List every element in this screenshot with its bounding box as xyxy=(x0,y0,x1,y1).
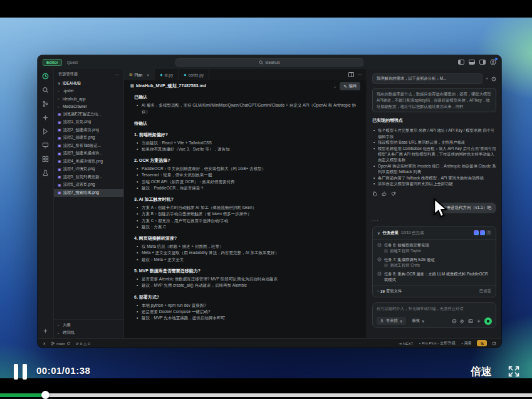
edit-button[interactable]: ✎ 编辑 xyxy=(340,82,360,90)
search-sidebar-icon[interactable] xyxy=(42,87,49,93)
close-tab-icon[interactable]: × xyxy=(147,73,149,77)
task-item[interactable]: 任务 7: 集成联调与 E2E 验证 xyxy=(373,254,496,262)
usage-indicator[interactable]: ◔ 用量 xyxy=(461,341,472,346)
assignee-name: 测试工程师 Chris xyxy=(390,263,420,269)
file-name: 流程3_创建灵感成功... xyxy=(63,151,103,156)
download-icon[interactable]: ↓ xyxy=(334,84,336,88)
outline-section[interactable]: ›大纲 xyxy=(54,321,123,329)
file-item[interactable]: ▣流程3_创建灵感成功... xyxy=(54,150,123,158)
qoder-logo-icon[interactable] xyxy=(42,73,49,80)
mention-icon[interactable] xyxy=(460,319,465,324)
chat-session-title[interactable]: 我理解你的需求，以下是初步分析：M... xyxy=(372,73,482,84)
history-icon[interactable] xyxy=(491,77,496,82)
branch-icon xyxy=(51,341,55,346)
pro-plus-upgrade[interactable]: ◔ Pro Plus - 立即升级 xyxy=(418,341,455,346)
file-item-selected[interactable]: ▣流程7_搜索结果.png xyxy=(54,189,123,197)
file-item[interactable]: ▣浏览器E2E验证总结... xyxy=(54,110,123,119)
file-item[interactable]: ▣流程2_创建成功.png xyxy=(54,126,123,134)
tab-ai-py[interactable]: ◆ ai.py xyxy=(155,69,179,80)
file-name: 流程2_创建成功.png xyxy=(63,127,99,133)
file-item[interactable]: ▣流程4_灵感详情页.png xyxy=(54,157,123,166)
image-icon[interactable] xyxy=(468,319,473,324)
toggle-right-panel-icon[interactable] xyxy=(479,60,486,65)
tab-bar: ⊞ Plan × ◆ ai.py ◆ cards.py ⋯ xyxy=(124,69,367,80)
md-bullet: 方案 A：创建卡片时自动触发 AI 加工（体验流畅但消耗 token） xyxy=(134,205,359,211)
chat-bullet: 每个模型卡片完整展示 名称 / API 地址 / API Key / 模型名称 … xyxy=(372,127,496,139)
folder-item[interactable]: ›MediaCrawler xyxy=(54,103,123,111)
file-item[interactable]: ▣流程1_首页.png xyxy=(54,119,123,127)
open-panel-icon[interactable] xyxy=(492,341,496,346)
activity-bar xyxy=(38,69,54,338)
attachment-icon[interactable] xyxy=(452,319,457,324)
chat-input[interactable]: 你可以随时介入，补充细节或纠偏，无需停止对话 xyxy=(377,306,492,312)
image-file-icon: ▣ xyxy=(58,152,61,156)
seek-bar[interactable] xyxy=(0,393,532,397)
timeline-label: 时间线 xyxy=(63,330,75,336)
new-chat-icon[interactable]: + xyxy=(486,77,488,81)
extensions-icon[interactable] xyxy=(42,156,49,162)
md-heading: 5. MVP 数据库是否需要迁移能力? xyxy=(134,268,359,274)
ring-icon: ◔ xyxy=(418,341,420,346)
video-player: Editor Quest ← → ideahub xyxy=(0,0,532,399)
file-name: 流程1_首页.png xyxy=(63,119,91,125)
file-name: 流程2_所有Tab验证... xyxy=(63,143,101,149)
remote-window-icon[interactable] xyxy=(42,142,49,149)
explorer-more-icon[interactable]: ⋯ xyxy=(115,72,119,77)
python-file-icon: ◆ xyxy=(184,73,186,77)
task-item[interactable]: 任务 6: 前端页面完整实现 xyxy=(373,240,496,248)
tab-cards-py[interactable]: ◆ cards.py xyxy=(179,69,209,80)
assignee-avatar xyxy=(384,249,388,253)
file-name: 浏览器E2E验证总结... xyxy=(63,112,102,117)
run-debug-icon[interactable] xyxy=(42,128,49,135)
file-item[interactable]: ▣流程5_首页列表更新... xyxy=(54,173,123,181)
remote-indicator-icon[interactable]: ✕ xyxy=(43,341,46,346)
timeline-section[interactable]: ›时间线 xyxy=(54,329,123,338)
seek-handle[interactable] xyxy=(41,391,50,399)
task-item[interactable]: 任务 8: 重构 OCR 服务：支持 LLM 视觉模式和 PaddleOCR 双… xyxy=(373,269,496,282)
file-item[interactable]: ▣流程4_详情页.png xyxy=(54,166,123,174)
team-mode-dropdown[interactable]: 专家团 ∨ xyxy=(377,317,406,325)
test-icon[interactable] xyxy=(42,169,49,176)
assignee-avatar xyxy=(384,263,388,267)
search-value: ideahub xyxy=(265,60,279,65)
playback-speed-button[interactable]: 倍速 xyxy=(471,364,492,379)
changed-files-row[interactable]: › 39 变更文件 已接受 xyxy=(373,285,496,297)
quest-mode-tab[interactable]: Quest xyxy=(65,60,80,65)
notifications-muted-badge[interactable] xyxy=(477,340,487,346)
mode-toggle: Editor Quest xyxy=(43,59,80,66)
problems-indicator[interactable]: ⊘ 0 △ 0 xyxy=(76,341,90,346)
chat-bullet: 各厂商还内置了 fallback 推荐模型，API 查询失败时自动降级 xyxy=(372,175,496,181)
tab-plan[interactable]: ⊞ Plan × xyxy=(124,69,155,80)
fullscreen-button[interactable] xyxy=(507,364,521,381)
thumbs-up-icon[interactable] xyxy=(382,191,387,196)
agent-icon[interactable] xyxy=(42,114,49,121)
editor-mode-tab[interactable]: Editor xyxy=(43,59,62,66)
folder-item[interactable]: ›.qoder xyxy=(54,87,123,95)
file-item[interactable]: ▣流程2_所有Tab验证... xyxy=(54,142,123,150)
editor-area: ⊞ Plan × ◆ ai.py ◆ cards.py ⋯ xyxy=(124,69,367,338)
root-folder-name: IDEAHUB xyxy=(63,81,81,85)
next-tab-indicator[interactable]: ⇥ NEXT xyxy=(399,341,414,346)
enhance-icon[interactable] xyxy=(476,319,481,324)
effort-mode-dropdown[interactable]: 极致 ∨ xyxy=(409,317,428,325)
stop-button[interactable] xyxy=(484,317,492,325)
search-input[interactable]: ideahub xyxy=(175,58,363,66)
file-item[interactable]: ▣流程6_设置页.png xyxy=(54,181,123,189)
split-editor-icon[interactable] xyxy=(348,72,354,77)
usage-label: 用量 xyxy=(464,341,472,346)
source-control-icon[interactable] xyxy=(42,100,49,107)
tree-root-ideahub[interactable]: ∨IDEAHUB xyxy=(54,79,123,87)
new-sparkle-icon[interactable] xyxy=(42,327,49,334)
toggle-left-panel-icon[interactable] xyxy=(458,60,464,65)
folder-item[interactable]: ›ideahub_app xyxy=(54,95,123,103)
image-file-icon: ▣ xyxy=(58,183,61,187)
pause-button[interactable] xyxy=(14,364,27,380)
file-item[interactable]: ▣流程2_创建页.png xyxy=(54,134,123,142)
task-card-header[interactable]: ∨ 任务进展 10/10 已完成 ? xyxy=(373,227,496,240)
git-branch-indicator[interactable]: main xyxy=(51,341,70,346)
editor-more-icon[interactable]: ⋯ xyxy=(358,72,362,77)
copy-icon[interactable] xyxy=(372,191,377,196)
thumbs-down-icon[interactable] xyxy=(391,191,396,196)
chat-input-card: 你可以随时介入，补充细节或纠偏，无需停止对话 专家团 ∨ 极致 ∨ xyxy=(372,302,496,328)
toggle-bottom-panel-icon[interactable] xyxy=(469,60,475,65)
